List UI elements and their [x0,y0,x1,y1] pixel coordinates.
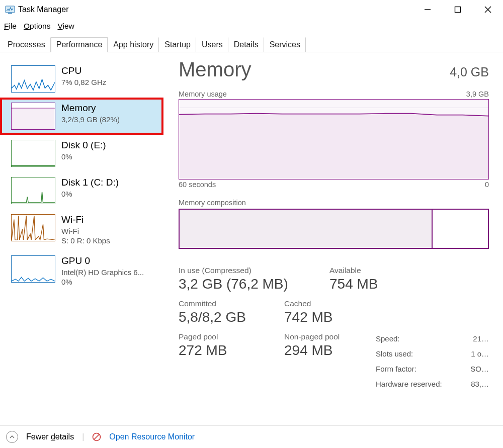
composition-label: Memory composition [179,199,489,207]
stat-paged-label: Paged pool [179,332,264,341]
menu-file[interactable]: File [4,22,17,31]
wifi-thumb-icon [11,214,55,241]
tab-services[interactable]: Services [264,37,306,52]
svg-rect-1 [8,13,12,14]
prop-slots-label: Slots used: [376,346,413,362]
titlebar: Task Manager [0,0,503,20]
page-title: Memory [179,58,251,81]
tab-strip: Processes Performance App history Startu… [0,37,503,52]
menu-options[interactable]: Options [24,22,50,31]
stat-committed-label: Committed [179,299,264,308]
memory-composition-bar[interactable] [179,209,489,249]
stat-inuse-label: In use (Compressed) [179,266,309,275]
sidebar-item-text: GPU 0 Intel(R) HD Graphics 6... 0% [61,255,144,287]
sidebar-item-title: GPU 0 [61,255,144,266]
disk1-thumb-icon [11,177,55,204]
open-resource-monitor-link[interactable]: Open Resource Monitor [109,432,195,441]
sidebar-item-disk0[interactable]: Disk 0 (E:) 0% [0,135,163,172]
resource-monitor-icon [92,432,101,441]
minimize-button[interactable] [412,0,443,19]
usage-chart-label: Memory usage [179,90,227,98]
sidebar-item-sub: 3,2/3,9 GB (82%) [61,115,120,124]
sidebar-item-text: CPU 7% 0,82 GHz [61,65,106,87]
svg-line-11 [94,434,99,439]
sidebar-item-memory[interactable]: Memory 3,2/3,9 GB (82%) [0,98,163,135]
window-title: Task Manager [18,5,69,14]
svg-rect-7 [12,103,55,108]
memory-properties: Speed:21… Slots used:1 o… Form factor:SO… [376,331,489,392]
sidebar-item-title: Disk 1 (C: D:) [61,177,119,188]
stat-inuse-value: 3,2 GB (76,2 MB) [179,276,309,292]
usage-chart-max: 3,9 GB [466,90,489,98]
prop-slots-value: 1 o… [471,346,489,362]
svg-rect-3 [455,7,461,13]
stat-cached-label: Cached [284,299,333,308]
sidebar-item-cpu[interactable]: CPU 7% 0,82 GHz [0,60,163,98]
svg-marker-9 [179,114,488,179]
tab-processes[interactable]: Processes [2,37,51,52]
svg-rect-6 [12,108,55,129]
sidebar-item-text: Disk 0 (E:) 0% [61,140,106,161]
stat-avail-label: Available [329,266,378,275]
maximize-button[interactable] [443,0,473,19]
sidebar: CPU 7% 0,82 GHz Memory 3,2/3,9 GB (82%) [0,52,163,425]
sidebar-item-sub: Wi-Fi [61,226,110,236]
prop-speed-label: Speed: [376,331,400,346]
menu-view[interactable]: View [57,22,74,31]
stat-paged-value: 272 MB [179,342,264,359]
sidebar-item-sub: 0% [61,152,106,161]
sidebar-item-wifi[interactable]: Wi-Fi Wi-Fi S: 0 R: 0 Kbps [0,209,163,250]
axis-left: 60 seconds [179,181,216,189]
memory-total: 4,0 GB [450,65,489,79]
tab-apphistory[interactable]: App history [108,37,159,52]
sidebar-item-sub: Intel(R) HD Graphics 6... [61,267,144,277]
gpu-thumb-icon [11,255,55,283]
prop-form-label: Form factor: [376,362,416,377]
detail-pane: Memory 4,0 GB Memory usage 3,9 GB 60 sec… [163,52,503,425]
sidebar-item-sub: 0% [61,189,119,199]
sidebar-item-text: Wi-Fi Wi-Fi S: 0 R: 0 Kbps [61,214,110,245]
sidebar-item-title: Disk 0 (E:) [61,140,106,151]
sidebar-item-sub: 7% 0,82 GHz [61,77,106,87]
memory-thumb-icon [11,103,55,130]
tab-startup[interactable]: Startup [159,37,196,52]
fewer-details-button[interactable]: Fewer details [26,432,74,441]
prop-hw-value: 83,… [471,377,489,392]
prop-speed-value: 21… [473,331,489,346]
stat-cached-value: 742 MB [284,309,333,325]
separator: | [82,432,84,441]
memory-usage-chart[interactable] [179,99,489,180]
sidebar-item-sub2: 0% [61,277,144,287]
window-controls [412,0,503,19]
prop-form-value: SO… [470,362,489,377]
composition-used [180,210,433,248]
sidebar-item-title: CPU [61,65,106,76]
sidebar-item-text: Disk 1 (C: D:) 0% [61,177,119,199]
sidebar-item-disk1[interactable]: Disk 1 (C: D:) 0% [0,172,163,209]
sidebar-item-text: Memory 3,2/3,9 GB (82%) [61,103,120,124]
stat-nonpaged-value: 294 MB [284,342,340,359]
composition-free [433,210,488,248]
app-icon [5,5,15,15]
disk0-thumb-icon [11,140,55,167]
chevron-up-icon[interactable] [6,431,18,443]
sidebar-item-title: Memory [61,103,120,114]
svg-rect-0 [6,6,15,13]
stat-avail-value: 754 MB [329,276,378,292]
menubar: File Options View [0,20,503,33]
stat-committed-value: 5,8/8,2 GB [179,309,264,325]
axis-right: 0 [485,181,489,189]
sidebar-item-sub2: S: 0 R: 0 Kbps [61,236,110,245]
prop-hw-label: Hardware reserved: [376,377,442,392]
performance-body: CPU 7% 0,82 GHz Memory 3,2/3,9 GB (82%) [0,52,503,425]
tab-performance[interactable]: Performance [51,37,108,52]
tab-users[interactable]: Users [196,37,228,52]
footer: Fewer details | Open Resource Monitor [0,425,503,448]
close-button[interactable] [473,0,503,19]
sidebar-item-gpu0[interactable]: GPU 0 Intel(R) HD Graphics 6... 0% [0,250,163,292]
stat-nonpaged-label: Non-paged pool [284,332,340,341]
tab-details[interactable]: Details [228,37,264,52]
sidebar-item-title: Wi-Fi [61,214,110,225]
svg-line-5 [485,7,491,13]
svg-line-4 [485,7,491,13]
